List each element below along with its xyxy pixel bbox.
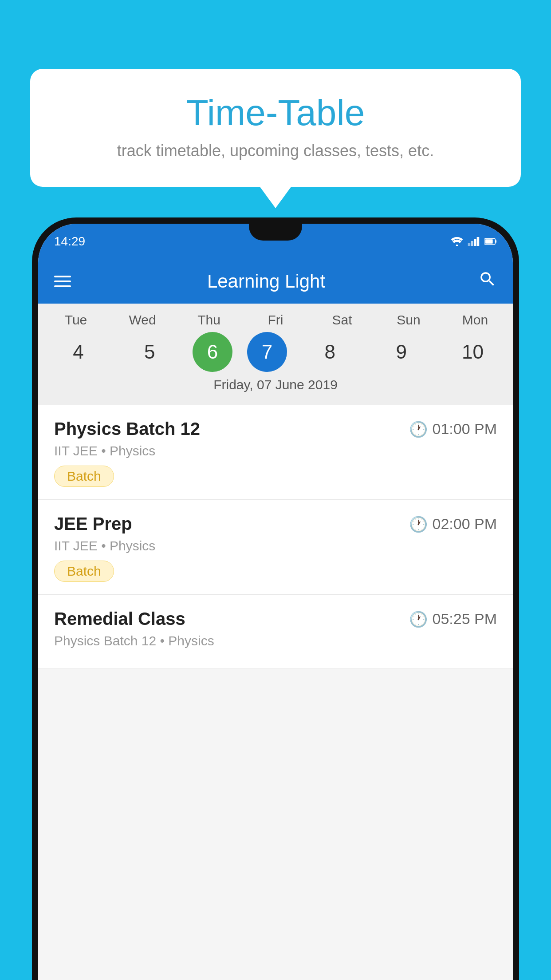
- svg-rect-0: [468, 243, 471, 246]
- schedule-list: Physics Batch 12 🕐 01:00 PM IIT JEE • Ph…: [38, 405, 513, 668]
- svg-rect-3: [477, 237, 480, 246]
- day-8[interactable]: 8: [302, 332, 358, 372]
- schedule-item-1-badge: Batch: [54, 466, 114, 487]
- day-header-thu: Thu: [181, 312, 237, 328]
- phone-screen: 14:29: [38, 224, 513, 980]
- clock-icon-2: 🕐: [409, 515, 428, 533]
- day-header-fri: Fri: [247, 312, 304, 328]
- hamburger-menu-button[interactable]: [54, 276, 71, 287]
- schedule-item-2-badge: Batch: [54, 561, 114, 582]
- svg-rect-5: [495, 240, 496, 243]
- search-button[interactable]: [478, 270, 497, 293]
- day-header-sun: Sun: [380, 312, 437, 328]
- day-6-today[interactable]: 6: [193, 332, 232, 372]
- day-numbers: 4 5 6 7 8 9 10: [38, 332, 513, 372]
- tooltip-card: Time-Table track timetable, upcoming cla…: [30, 69, 521, 187]
- status-bar: 14:29: [38, 224, 513, 259]
- tooltip-title: Time-Table: [57, 92, 494, 134]
- status-icons: [451, 237, 497, 246]
- signal-icon: [468, 237, 480, 246]
- status-time: 14:29: [54, 234, 85, 249]
- schedule-item-2[interactable]: JEE Prep 🕐 02:00 PM IIT JEE • Physics Ba…: [38, 500, 513, 595]
- day-header-sat: Sat: [314, 312, 370, 328]
- svg-rect-2: [474, 239, 476, 246]
- wifi-icon: [451, 237, 463, 246]
- schedule-item-3-title: Remedial Class: [54, 609, 185, 629]
- day-7-selected[interactable]: 7: [247, 332, 287, 372]
- app-bar: Learning Light: [38, 259, 513, 304]
- schedule-item-1-title: Physics Batch 12: [54, 419, 200, 439]
- schedule-item-3-time: 🕐 05:25 PM: [409, 610, 497, 628]
- schedule-item-3-subtitle: Physics Batch 12 • Physics: [54, 633, 497, 648]
- svg-rect-6: [485, 239, 493, 243]
- clock-icon-1: 🕐: [409, 420, 428, 438]
- selected-date-label: Friday, 07 June 2019: [38, 372, 513, 399]
- day-header-mon: Mon: [447, 312, 504, 328]
- schedule-item-2-subtitle: IIT JEE • Physics: [54, 538, 497, 553]
- app-bar-title: Learning Light: [85, 271, 447, 292]
- day-4[interactable]: 4: [50, 332, 106, 372]
- day-10[interactable]: 10: [444, 332, 501, 372]
- battery-icon: [484, 237, 497, 246]
- schedule-item-3[interactable]: Remedial Class 🕐 05:25 PM Physics Batch …: [38, 595, 513, 668]
- schedule-item-1-subtitle: IIT JEE • Physics: [54, 443, 497, 458]
- clock-icon-3: 🕐: [409, 610, 428, 628]
- schedule-item-1[interactable]: Physics Batch 12 🕐 01:00 PM IIT JEE • Ph…: [38, 405, 513, 500]
- phone-frame: 14:29: [32, 217, 519, 980]
- tooltip-subtitle: track timetable, upcoming classes, tests…: [57, 142, 494, 160]
- notch: [249, 224, 302, 241]
- day-9[interactable]: 9: [373, 332, 430, 372]
- schedule-item-2-time: 🕐 02:00 PM: [409, 515, 497, 533]
- day-5[interactable]: 5: [121, 332, 178, 372]
- day-header-wed: Wed: [114, 312, 171, 328]
- schedule-item-1-time: 🕐 01:00 PM: [409, 420, 497, 438]
- svg-rect-1: [471, 241, 473, 246]
- schedule-item-2-title: JEE Prep: [54, 514, 132, 534]
- calendar-strip: Tue Wed Thu Fri Sat Sun Mon 4 5 6 7 8 9 …: [38, 304, 513, 405]
- day-headers: Tue Wed Thu Fri Sat Sun Mon: [38, 312, 513, 328]
- day-header-tue: Tue: [47, 312, 104, 328]
